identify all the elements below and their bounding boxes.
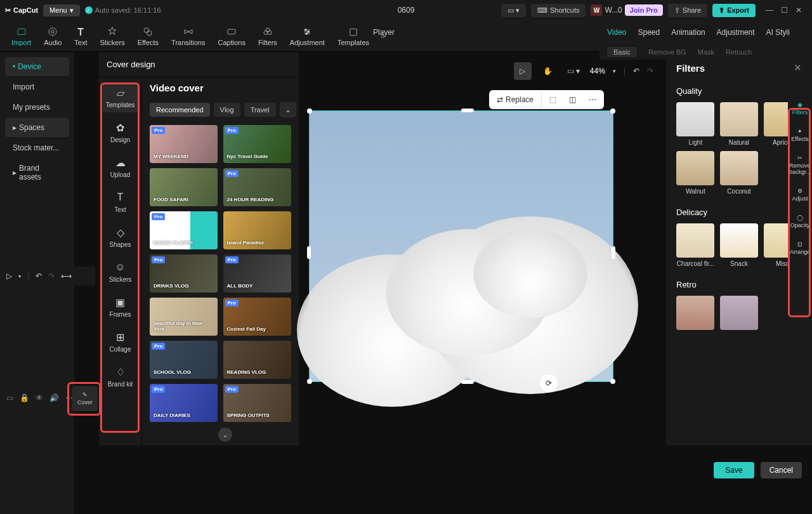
collapse-chevron-icon[interactable]: ⌄ bbox=[218, 428, 232, 442]
tabs-more-icon[interactable]: ⌄ bbox=[280, 102, 296, 117]
rt-adjust[interactable]: ⚙Adjust bbox=[788, 181, 812, 208]
rt-effects[interactable]: ✦Effects bbox=[788, 122, 812, 148]
tab-animation[interactable]: Animation bbox=[671, 28, 705, 37]
lp-brand[interactable]: ▸ Brand assets bbox=[5, 159, 69, 187]
redo-canvas-icon[interactable]: ↷ bbox=[647, 67, 653, 76]
tab-speed[interactable]: Speed bbox=[638, 28, 660, 37]
tool-import[interactable]: Import bbox=[5, 23, 37, 49]
shortcuts-button[interactable]: ⌨ Shortcuts bbox=[531, 4, 586, 17]
cs-text[interactable]: TText bbox=[103, 187, 138, 217]
filter-thumb[interactable]: Snack bbox=[720, 223, 759, 267]
select-tool-icon[interactable]: ▷ bbox=[6, 272, 12, 280]
split-icon[interactable]: ⟷ bbox=[61, 272, 72, 280]
cs-shapes[interactable]: ◇Shapes bbox=[103, 222, 138, 252]
cs-design[interactable]: ✿Design bbox=[103, 117, 138, 147]
maximize-icon[interactable]: ☐ bbox=[781, 6, 788, 15]
filter-thumb[interactable]: Walnut bbox=[676, 151, 715, 195]
tl-icon-1[interactable]: ▭ bbox=[6, 393, 13, 402]
project-title[interactable]: 0609 bbox=[398, 6, 415, 15]
template-thumb[interactable]: ProALL BODY bbox=[223, 254, 291, 293]
hand-tool-icon[interactable]: ✋ bbox=[539, 62, 557, 80]
lock-icon[interactable]: 🔒 bbox=[20, 393, 29, 402]
zoom-level[interactable]: 44% bbox=[590, 67, 605, 76]
template-thumb[interactable]: ProMY WEEKEND bbox=[150, 125, 218, 163]
lp-import[interactable]: Import bbox=[5, 77, 69, 96]
subtab-basic[interactable]: Basic bbox=[607, 47, 637, 57]
redo-icon[interactable]: ↷ bbox=[48, 272, 55, 280]
aspect-button[interactable]: ▭ ▾ bbox=[501, 4, 526, 17]
tab-recommended[interactable]: Recommended bbox=[150, 103, 210, 117]
tab-adjustment[interactable]: Adjustment bbox=[717, 28, 755, 37]
tab-vlog[interactable]: Vlog bbox=[214, 103, 240, 117]
undo-canvas-icon[interactable]: ↶ bbox=[633, 67, 639, 76]
tool-effects[interactable]: Effects bbox=[131, 23, 165, 49]
cs-brandkit[interactable]: ♢Brand kit bbox=[103, 362, 138, 392]
tool-adjustment[interactable]: Adjustment bbox=[284, 23, 331, 49]
rt-removebg[interactable]: ✂Remove backgr... bbox=[788, 148, 812, 181]
template-thumb[interactable]: Pro24 HOUR READING bbox=[223, 168, 291, 206]
lp-spaces[interactable]: ▸ Spaces bbox=[5, 118, 69, 137]
close-filters-icon[interactable]: ✕ bbox=[794, 62, 802, 74]
canvas-preview[interactable] bbox=[309, 110, 613, 382]
close-icon[interactable]: ✕ bbox=[796, 6, 802, 15]
more-button-icon[interactable]: ⋯ bbox=[584, 93, 601, 107]
cs-collage[interactable]: ⊞Collage bbox=[103, 327, 138, 357]
filter-thumb[interactable] bbox=[720, 296, 759, 333]
subtab-removebg[interactable]: Remove BG bbox=[648, 48, 686, 56]
tool-captions[interactable]: Captions bbox=[211, 23, 251, 49]
template-thumb[interactable]: ProCoziest Fall Day bbox=[223, 298, 291, 336]
template-thumb[interactable]: ProSCHOOL VLOG bbox=[150, 341, 218, 379]
filter-thumb[interactable]: Light bbox=[676, 102, 715, 146]
volume-icon[interactable]: 🔊 bbox=[49, 393, 59, 402]
rt-opacity[interactable]: ◯Opacity bbox=[788, 208, 812, 235]
filter-thumb[interactable]: Coconut bbox=[720, 151, 759, 195]
eye-icon[interactable]: 👁 bbox=[36, 393, 43, 402]
join-pro-button[interactable]: Join Pro bbox=[625, 4, 663, 16]
tool-audio[interactable]: Audio bbox=[37, 23, 68, 49]
cs-stickers[interactable]: ☺Stickers bbox=[103, 257, 138, 287]
tab-travel[interactable]: Travel bbox=[244, 103, 276, 117]
workspace-badge[interactable]: W bbox=[591, 4, 602, 16]
subtab-retouch[interactable]: Retouch bbox=[726, 48, 752, 56]
pointer-tool-icon[interactable]: ▷ bbox=[514, 62, 532, 80]
tab-ai[interactable]: AI Styli bbox=[766, 28, 790, 37]
undo-icon[interactable]: ↶ bbox=[36, 272, 42, 280]
tool-text[interactable]: Text bbox=[68, 23, 93, 49]
share-button[interactable]: ⇪ Share bbox=[668, 4, 707, 17]
cancel-button[interactable]: Cancel bbox=[761, 462, 802, 478]
zoom-dropdown-icon[interactable]: ▾ bbox=[613, 68, 616, 74]
template-thumb[interactable]: READING VLOG bbox=[223, 341, 291, 379]
template-thumb[interactable]: FOOD SAFARI bbox=[150, 168, 218, 206]
cover-button[interactable]: ✎ Cover bbox=[72, 386, 98, 411]
tool-stickers[interactable]: Stickers bbox=[94, 23, 131, 49]
template-thumb[interactable]: ProNyc Travel Guide bbox=[223, 125, 291, 163]
filter-thumb[interactable]: Natural bbox=[720, 102, 759, 146]
template-thumb[interactable]: Island Paradise bbox=[223, 211, 291, 249]
select-dropdown-icon[interactable]: ▾ bbox=[18, 273, 21, 279]
minimize-icon[interactable]: — bbox=[766, 6, 773, 15]
lp-stock[interactable]: Stock mater... bbox=[5, 138, 69, 157]
tool-filters[interactable]: Filters bbox=[252, 23, 284, 49]
template-thumb[interactable]: ProSPRING OUTFITS bbox=[223, 384, 291, 422]
subtab-mask[interactable]: Mask bbox=[698, 48, 714, 56]
refresh-icon[interactable]: ⟳ bbox=[540, 374, 558, 392]
tool-templates[interactable]: Templates bbox=[331, 23, 376, 49]
cs-upload[interactable]: ☁Upload bbox=[103, 152, 138, 182]
filter-thumb[interactable]: Charcoal fir... bbox=[676, 223, 715, 267]
save-button[interactable]: Save bbox=[714, 462, 754, 478]
template-thumb[interactable]: beautiful day in New York bbox=[150, 298, 218, 336]
lp-presets[interactable]: My presets bbox=[5, 98, 69, 117]
template-thumb[interactable]: ProICONIC PLAYER bbox=[150, 211, 218, 249]
template-thumb[interactable]: ProDAILY DIARIES bbox=[150, 384, 218, 422]
crop-button-icon[interactable]: ⬚ bbox=[544, 93, 561, 107]
cs-frames[interactable]: ▣Frames bbox=[103, 292, 138, 322]
menu-button[interactable]: Menu ▾ bbox=[43, 4, 80, 16]
replace-button[interactable]: ⇄ Replace bbox=[492, 93, 539, 107]
tool-transitions[interactable]: Transitions bbox=[165, 23, 211, 49]
rt-arrange[interactable]: ⊡Arrange bbox=[788, 235, 812, 261]
tab-video[interactable]: Video bbox=[607, 28, 626, 37]
cs-templates[interactable]: ▱Templates bbox=[103, 82, 138, 112]
filter-thumb[interactable] bbox=[676, 296, 715, 333]
template-thumb[interactable]: ProDRINKS VLOG bbox=[150, 254, 218, 293]
lp-device[interactable]: • Device bbox=[5, 57, 69, 76]
